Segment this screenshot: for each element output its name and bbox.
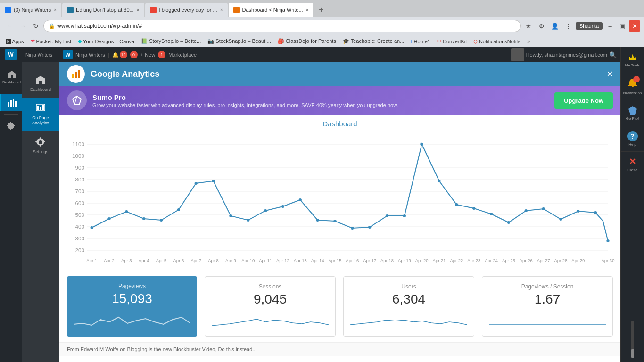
svg-text:200: 200 — [75, 247, 84, 253]
svg-point-52 — [386, 214, 388, 217]
svg-text:700: 700 — [75, 189, 84, 194]
bookmark-pocket-label: Pocket: My List — [36, 39, 72, 44]
maximize-button[interactable]: ▣ — [617, 20, 628, 32]
tab-gmail[interactable]: I blogged every day for ... × — [145, 3, 228, 17]
bookmarks-more[interactable]: » — [527, 38, 530, 45]
bookmark-notifications[interactable]: Q NotificationsNotifs — [471, 38, 522, 45]
admin-bar-new[interactable]: + New — [140, 52, 156, 58]
star-button[interactable]: ★ — [523, 20, 534, 32]
sidebar-item-analytics[interactable] — [0, 94, 22, 111]
ga-dashboard-content: Dashboard — [59, 115, 620, 362]
bookmark-canva-icon: ◆ — [78, 38, 82, 44]
browser-actions: ★ ⚙ 👤 ⋮ Shaunta – ▣ ✕ — [523, 20, 640, 32]
forward-button[interactable]: → — [17, 20, 28, 32]
bookmark-pocket[interactable]: ❤ Pocket: My List — [29, 38, 74, 45]
page-analytics-nav-settings[interactable]: Settings — [22, 132, 59, 159]
sidebar-item-settings[interactable] — [0, 117, 22, 134]
right-panel-notification[interactable]: 1 Notification — [621, 73, 644, 101]
svg-point-64 — [594, 211, 597, 214]
ga-logo-icon — [71, 69, 81, 79]
user-name[interactable]: Shaunta — [576, 22, 603, 30]
svg-point-37 — [125, 210, 128, 213]
svg-point-53 — [403, 214, 406, 217]
bookmark-stocksnap[interactable]: 📷 StockSnap.io – Beauti... — [206, 38, 272, 45]
address-bar[interactable]: 🔒 www.whatisaplot.com/wp-admin/# — [43, 20, 521, 32]
svg-text:Apr 20: Apr 20 — [415, 258, 429, 263]
svg-point-50 — [351, 227, 354, 230]
admin-search-icon[interactable]: 🔍 — [609, 51, 617, 58]
svg-rect-10 — [75, 72, 77, 78]
svg-point-62 — [559, 218, 562, 221]
bookmark-stocksnap-label: 📷 StockSnap.io – Beauti... — [207, 38, 271, 44]
tab-close-editing[interactable]: × — [137, 8, 140, 13]
svg-marker-97 — [629, 54, 636, 60]
tab-favicon-gmail — [150, 7, 157, 13]
bookmark-storyshop[interactable]: 📗 StoryShop.io – Bette... — [139, 38, 203, 45]
svg-point-40 — [177, 208, 180, 211]
tab-label-fb: (3) Ninja Writers — [14, 7, 51, 13]
right-panel-close[interactable]: ✕ Close — [621, 152, 644, 177]
sidebar-item-dashboard[interactable]: Dashboard — [0, 66, 22, 88]
bookmark-canva[interactable]: ◆ Your Designs – Canva — [76, 38, 136, 45]
bookmark-apps[interactable]: 🆆 Apps — [4, 38, 26, 45]
reload-button[interactable]: ↻ — [30, 20, 41, 32]
right-panel-go-pro[interactable]: Go Pro! — [621, 100, 644, 126]
svg-text:Apr 26: Apr 26 — [520, 258, 533, 263]
bookmark-home1[interactable]: f Home1 — [409, 38, 432, 45]
back-button[interactable]: ← — [4, 20, 15, 32]
svg-text:400: 400 — [75, 224, 84, 230]
notif1-icon: 🔔 — [112, 52, 119, 58]
tab-label-gmail: I blogged every day for ... — [159, 7, 217, 13]
right-panel-help[interactable]: ? Help — [621, 126, 644, 152]
svg-point-54 — [420, 142, 423, 146]
svg-point-43 — [229, 214, 232, 217]
tab-facebook[interactable]: (3) Ninja Writers × — [0, 3, 61, 17]
menu-button[interactable]: ⋮ — [562, 20, 574, 32]
tab-close-fb[interactable]: × — [54, 8, 57, 13]
admin-bar-marketplace[interactable]: Marketplace — [168, 52, 197, 58]
tab-favicon-editing — [67, 7, 74, 13]
admin-bar-right: Howdy, shauntagrimes@gmail.com 🔍 — [511, 48, 617, 61]
close-window-button[interactable]: ✕ — [629, 20, 640, 32]
scrollbar-thumb[interactable] — [631, 349, 634, 358]
new-tab-button[interactable]: + — [314, 3, 328, 17]
right-panel-my-tools[interactable]: My Tools — [621, 47, 644, 73]
tab-editing[interactable]: Editing Don't stop at 30... × — [62, 3, 144, 17]
svg-text:Apr 30: Apr 30 — [602, 258, 615, 263]
svg-point-56 — [455, 203, 458, 206]
admin-bar-notif1[interactable]: 🔔 19 — [112, 51, 127, 58]
page-analytics-nav: Dashboard On PageAnalytics — [22, 62, 59, 159]
admin-bar-notif2[interactable]: 0 — [130, 51, 138, 58]
extensions-button[interactable]: ⚙ — [536, 20, 547, 32]
sumo-icon — [67, 90, 87, 110]
notif2-badge: 0 — [130, 51, 138, 58]
upgrade-now-button[interactable]: Upgrade Now — [554, 92, 613, 109]
bookmark-teachable[interactable]: 🎓 Teachable: Create an... — [341, 38, 406, 45]
svg-text:500: 500 — [75, 212, 84, 218]
bookmark-convertkit[interactable]: ✉ ConvertKit — [435, 38, 469, 45]
ga-close-button[interactable]: × — [607, 68, 613, 80]
page-analytics-nav-dashboard[interactable]: Dashboard — [22, 70, 59, 97]
diamond-icon — [627, 105, 638, 115]
ga-title: Google Analytics — [91, 69, 607, 79]
user-button[interactable]: 👤 — [549, 20, 561, 32]
ga-logo-circle — [67, 65, 85, 83]
svg-text:300: 300 — [75, 236, 84, 241]
svg-text:Apr 16: Apr 16 — [346, 258, 359, 263]
stats-row: Pageviews 15,093 Sessions 9,045 — [59, 271, 620, 342]
tab-close-dashboard[interactable]: × — [306, 8, 309, 13]
wp-admin-bar: W Ninja Writers | 🔔 19 0 + New 1 Marketp… — [59, 47, 620, 62]
bookmark-home1-icon: f — [411, 39, 412, 44]
scrollbar-track[interactable] — [631, 321, 634, 358]
bookmark-classdojo[interactable]: 🎒 ClassDojo for Parents — [276, 38, 338, 45]
url-text: www.whatisaplot.com/wp-admin/# — [57, 23, 142, 29]
bookmark-canva-label: Your Designs – Canva — [83, 39, 134, 44]
svg-text:Apr 27: Apr 27 — [537, 258, 550, 263]
minimize-button[interactable]: – — [604, 20, 616, 32]
tab-dashboard[interactable]: Dashboard < Ninja Write... × — [229, 3, 314, 17]
tab-close-gmail[interactable]: × — [220, 8, 223, 13]
bookmark-notifications-label: NotificationsNotifs — [479, 39, 520, 44]
page-analytics-nav-onpage[interactable]: On PageAnalytics — [22, 98, 59, 131]
admin-howdy: Howdy, shauntagrimes@gmail.com — [526, 52, 607, 58]
svg-text:Apr 4: Apr 4 — [139, 258, 149, 263]
